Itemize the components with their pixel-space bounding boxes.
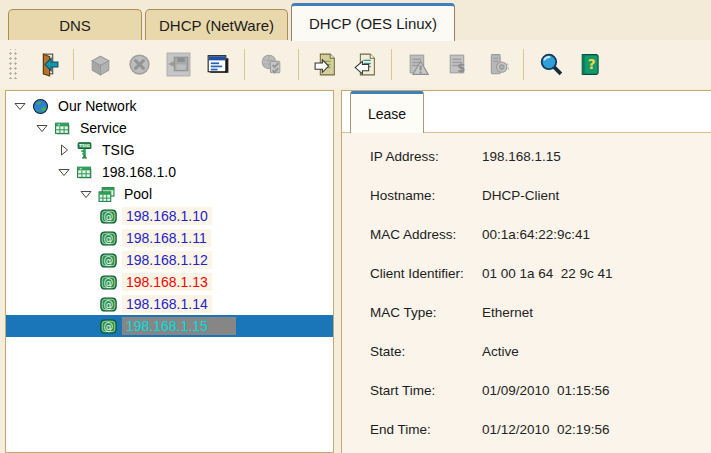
events-log-icon [402, 47, 435, 81]
field-value: 198.168.1.15 [482, 149, 561, 167]
expander-closed-icon[interactable] [56, 142, 72, 158]
table-icon [54, 120, 71, 137]
field-label: IP Address: [370, 149, 482, 167]
tab-dhcp-netware[interactable]: DHCP (NetWare) [145, 9, 288, 40]
network-tree-panel: Our NetworkServiceTSIGTSIG198.168.1.0Poo… [5, 90, 334, 453]
export-database-icon[interactable] [348, 47, 381, 81]
lease-field-ip-address: IP Address:198.168.1.15 [370, 149, 711, 167]
svg-text:@: @ [104, 321, 114, 332]
import-database-icon[interactable] [309, 47, 342, 81]
tab-dns[interactable]: DNS [8, 9, 142, 40]
lease-field-hostname: Hostname:DHCP-Client [370, 188, 711, 206]
lease-field-start-time: Start Time:01/09/2010 01:15:56 [370, 383, 711, 401]
svg-text:@: @ [104, 233, 114, 244]
tsig-key-icon: TSIG [76, 142, 93, 159]
tree-item-198-168-1-14[interactable]: @198.168.1.14 [6, 293, 333, 315]
tree-item-label: Pool [120, 185, 156, 203]
toolbar-grip-handle[interactable] [7, 49, 18, 79]
create-object-cube-icon [84, 47, 117, 81]
toolbar-separator [298, 49, 299, 80]
tree-item-label: Service [76, 119, 131, 137]
field-value: DHCP-Client [482, 188, 559, 206]
tab-lease[interactable]: Lease [350, 91, 424, 133]
tree-item-service[interactable]: Service [6, 117, 333, 139]
svg-text:@: @ [104, 277, 114, 288]
field-label: Client Identifier: [370, 266, 482, 284]
field-label: End Time: [370, 422, 482, 440]
tab-dhcp-oes-linux[interactable]: DHCP (OES Linux) [291, 3, 455, 41]
lease-field-mac-address: MAC Address:00:1a:64:22:9c:41 [370, 227, 711, 245]
tree-item-label: 198.168.1.0 [98, 163, 180, 181]
field-label: State: [370, 344, 482, 362]
tree-item-pool[interactable]: Pool [6, 183, 333, 205]
field-value: 00:1a:64:22:9c:41 [482, 227, 590, 245]
toolbar-separator [523, 49, 524, 80]
lease-detail-panel: Lease IP Address:198.168.1.15Hostname:DH… [341, 90, 711, 453]
tree-item-label: Our Network [54, 97, 141, 115]
lease-field-end-time: End Time:01/12/2010 02:19:56 [370, 422, 711, 440]
tree-item-label: 198.168.1.10 [122, 207, 212, 225]
tab-label: DHCP (NetWare) [159, 17, 274, 34]
tree-item-198-168-1-11[interactable]: @198.168.1.11 [6, 227, 333, 249]
tree-item-198-168-1-13[interactable]: @198.168.1.13 [6, 271, 333, 293]
expander-open-icon[interactable] [12, 98, 28, 114]
tab-lease-label: Lease [368, 106, 406, 122]
at-lease-icon: @ [100, 318, 117, 335]
at-lease-icon: @ [100, 296, 117, 313]
server-view-icon [480, 47, 513, 81]
delete-object-icon [123, 47, 156, 81]
lease-fields: IP Address:198.168.1.15Hostname:DHCP-Cli… [342, 133, 711, 453]
tree-item-198-168-1-10[interactable]: @198.168.1.10 [6, 205, 333, 227]
tree-item-tsig[interactable]: TSIGTSIG [6, 139, 333, 161]
lease-tab-strip: Lease [342, 91, 711, 133]
lease-field-state: State:Active [370, 344, 711, 362]
field-label: Hostname: [370, 188, 482, 206]
field-label: Start Time: [370, 383, 482, 401]
tree-item-198-168-1-12[interactable]: @198.168.1.12 [6, 249, 333, 271]
dns-dhcp-console-window: DNSDHCP (NetWare)DHCP (OES Linux) $? Our… [0, 0, 711, 453]
svg-text:@: @ [104, 255, 114, 266]
svg-text:@: @ [104, 211, 114, 222]
tab-label: DHCP (OES Linux) [309, 15, 437, 32]
at-lease-icon: @ [100, 230, 117, 247]
globe-icon [32, 98, 49, 115]
tab-bar: DNSDHCP (NetWare)DHCP (OES Linux) [0, 0, 711, 40]
at-lease-icon: @ [100, 274, 117, 291]
toolbar-separator [391, 49, 392, 80]
field-label: MAC Address: [370, 227, 482, 245]
tree-item-label: TSIG [98, 141, 139, 159]
tree-item-198-168-1-15[interactable]: @198.168.1.15 [6, 315, 333, 337]
field-value: Ethernet [482, 305, 533, 323]
expander-open-icon[interactable] [34, 120, 50, 136]
exit-door-icon[interactable] [30, 47, 63, 81]
svg-text:$: $ [457, 61, 465, 75]
tree-item-our-network[interactable]: Our Network [6, 95, 333, 117]
tree-item-label: 198.168.1.14 [122, 295, 212, 313]
expander-open-icon[interactable] [78, 186, 94, 202]
tab-label: DNS [59, 17, 91, 34]
view-list-icon[interactable] [201, 47, 234, 81]
tree-item-label: 198.168.1.11 [122, 229, 211, 247]
svg-text:TSIG: TSIG [79, 143, 89, 148]
pool-icon [98, 186, 115, 203]
at-lease-icon: @ [100, 252, 117, 269]
expander-open-icon[interactable] [56, 164, 72, 180]
search-icon[interactable] [534, 47, 567, 81]
tree-item-label: 198.168.1.13 [122, 273, 212, 291]
help-book-icon[interactable]: ? [573, 47, 606, 81]
lease-field-client-identifier: Client Identifier:01 00 1a 64 22 9c 41 [370, 266, 711, 284]
field-value: 01 00 1a 64 22 9c 41 [482, 266, 613, 284]
main-split-area: Our NetworkServiceTSIGTSIG198.168.1.0Poo… [0, 88, 711, 453]
toolbar-separator [244, 49, 245, 80]
at-lease-icon: @ [100, 208, 117, 225]
tree-item-label: 198.168.1.12 [122, 251, 212, 269]
svg-text:@: @ [104, 299, 114, 310]
tree-item-198-168-1-0[interactable]: 198.168.1.0 [6, 161, 333, 183]
save-data-icon [162, 47, 195, 81]
toolbar-separator [73, 49, 74, 80]
tree-item-label: 198.168.1.15 [122, 317, 236, 335]
lease-field-mac-type: MAC Type:Ethernet [370, 305, 711, 323]
svg-text:?: ? [588, 56, 596, 72]
field-value: Active [482, 344, 519, 362]
table-icon [76, 164, 93, 181]
